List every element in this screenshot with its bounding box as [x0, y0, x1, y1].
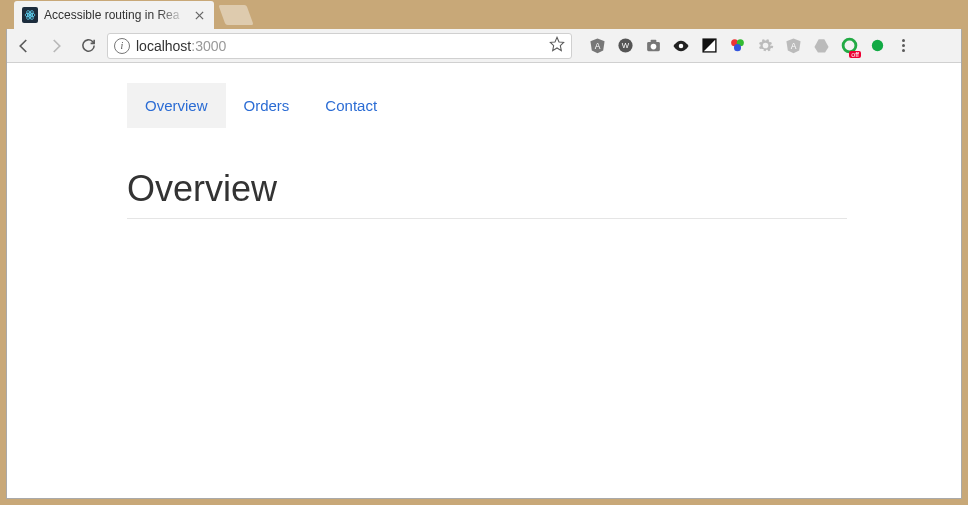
back-button[interactable]: [15, 37, 33, 55]
svg-marker-21: [814, 39, 828, 52]
svg-text:A: A: [594, 41, 600, 51]
page-heading: Overview: [127, 168, 847, 219]
forward-button[interactable]: [47, 37, 65, 55]
svg-point-23: [871, 40, 882, 51]
drive-ext-icon[interactable]: [812, 37, 830, 55]
green-dot-ext-icon[interactable]: [868, 37, 886, 55]
url-text: localhost:3000: [136, 38, 543, 54]
contrast-ext-icon[interactable]: [700, 37, 718, 55]
eye-ext-icon[interactable]: [672, 37, 690, 55]
green-circle-ext-icon[interactable]: off: [840, 37, 858, 55]
page-content: Overview Orders Contact Overview: [127, 63, 847, 219]
nav-link-orders[interactable]: Orders: [226, 83, 308, 128]
ext-badge: off: [849, 51, 861, 58]
nav-buttons: [15, 37, 97, 55]
page-viewport: Overview Orders Contact Overview: [7, 63, 961, 498]
site-info-icon[interactable]: i: [114, 38, 130, 54]
wappalyzer-ext-icon[interactable]: W: [616, 37, 634, 55]
new-tab-button[interactable]: [218, 5, 253, 25]
svg-marker-6: [550, 37, 563, 50]
close-tab-icon[interactable]: [192, 8, 206, 22]
svg-point-12: [650, 44, 656, 50]
gear-ext-icon[interactable]: [756, 37, 774, 55]
extension-icons: A W A: [588, 37, 886, 55]
svg-point-0: [29, 14, 31, 16]
reload-button[interactable]: [79, 37, 97, 55]
tab-strip: Accessible routing in Rea: [6, 0, 962, 29]
browser-window: Accessible routing in Rea i localhost:30…: [6, 0, 962, 499]
browser-tab[interactable]: Accessible routing in Rea: [14, 1, 214, 29]
angular-grey-ext-icon[interactable]: A: [784, 37, 802, 55]
svg-point-22: [843, 39, 856, 52]
bookmark-star-icon[interactable]: [549, 36, 565, 55]
color-picker-ext-icon[interactable]: [728, 37, 746, 55]
nav-link-overview[interactable]: Overview: [127, 83, 226, 128]
camera-ext-icon[interactable]: [644, 37, 662, 55]
svg-text:A: A: [790, 41, 796, 51]
svg-rect-13: [650, 40, 656, 43]
address-bar[interactable]: i localhost:3000: [107, 33, 572, 59]
svg-point-14: [679, 43, 684, 48]
tab-title: Accessible routing in Rea: [44, 8, 186, 22]
browser-toolbar: i localhost:3000 A W: [7, 29, 961, 63]
svg-point-18: [733, 44, 740, 51]
browser-menu-button[interactable]: [902, 39, 905, 52]
svg-text:W: W: [621, 41, 629, 50]
page-nav: Overview Orders Contact: [127, 83, 847, 128]
angular-ext-icon[interactable]: A: [588, 37, 606, 55]
react-favicon-icon: [22, 7, 38, 23]
nav-link-contact[interactable]: Contact: [307, 83, 395, 128]
